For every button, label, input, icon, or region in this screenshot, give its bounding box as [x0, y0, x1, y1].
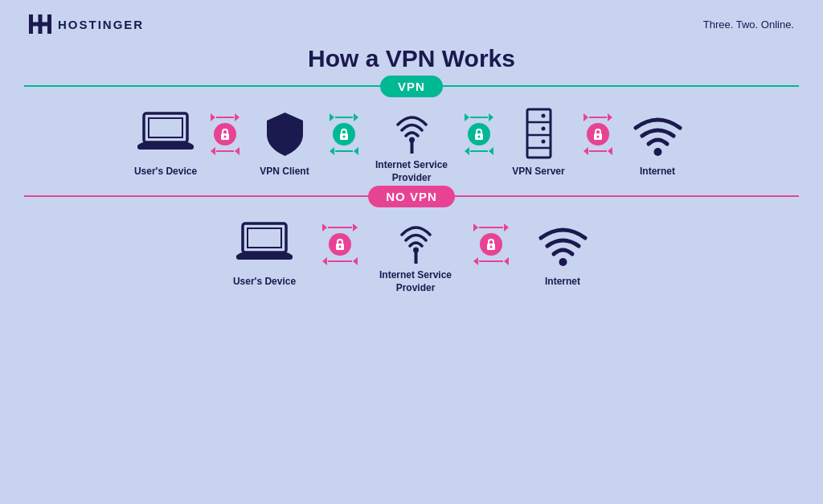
wifi-icon — [632, 112, 684, 156]
novpn-connector-1 — [312, 223, 368, 265]
shield-icon — [263, 110, 307, 158]
hostinger-logo-icon — [29, 14, 51, 34]
svg-marker-44 — [353, 223, 358, 232]
svg-marker-55 — [473, 257, 478, 265]
novpn-section: NO VPN User's Device — [0, 195, 823, 297]
novpn-internet: Internet — [522, 216, 603, 289]
svg-marker-48 — [353, 257, 358, 265]
novpn-isp: Internet ServiceProvider — [371, 210, 460, 294]
svg-point-24 — [478, 135, 481, 137]
novpn-isp-label: Internet ServiceProvider — [379, 269, 452, 294]
svg-marker-52 — [504, 223, 509, 232]
svg-point-31 — [541, 114, 545, 118]
wifi-icon-novpn — [537, 222, 589, 266]
svg-rect-50 — [414, 252, 417, 264]
antenna-icon-novpn — [394, 212, 438, 264]
vpn-server: VPN Server — [506, 106, 571, 178]
svg-marker-47 — [322, 257, 327, 265]
connector-1 — [201, 113, 249, 155]
svg-marker-56 — [504, 257, 509, 265]
svg-marker-38 — [583, 147, 588, 155]
svg-point-32 — [541, 127, 545, 131]
logo-text: HOSTINGER — [58, 18, 144, 31]
svg-rect-4 — [39, 23, 52, 27]
svg-point-33 — [541, 140, 545, 144]
connector-4 — [574, 113, 622, 155]
vpn-diagram-row: User's Device — [24, 95, 799, 187]
svg-point-16 — [343, 135, 346, 137]
svg-marker-21 — [465, 113, 469, 121]
laptop-icon-novpn — [236, 222, 293, 266]
svg-point-46 — [339, 245, 342, 248]
novpn-connector-2 — [463, 223, 519, 265]
svg-rect-6 — [149, 118, 182, 137]
svg-marker-14 — [354, 113, 358, 121]
logo: HOSTINGER — [29, 14, 144, 34]
tagline: Three. Two. Online. — [703, 18, 794, 31]
server-icon — [521, 108, 557, 160]
svg-marker-18 — [354, 147, 358, 155]
vpn-section-line: VPN — [24, 85, 799, 87]
vpn-isp-label: Internet ServiceProvider — [375, 159, 448, 184]
lock-icon-novpn1 — [334, 238, 346, 251]
svg-marker-34 — [583, 113, 588, 121]
novpn-diagram-row: User's Device — [24, 205, 799, 297]
svg-point-37 — [597, 135, 600, 137]
svg-marker-13 — [330, 113, 334, 121]
lock-icon — [219, 128, 231, 141]
svg-rect-27 — [527, 109, 551, 158]
page-title: How a VPN Works — [0, 45, 823, 72]
vpn-badge: VPN — [380, 76, 443, 97]
svg-point-19 — [409, 137, 415, 142]
svg-rect-20 — [410, 142, 413, 154]
novpn-users-device: User's Device — [220, 216, 309, 289]
svg-marker-26 — [489, 147, 493, 155]
svg-rect-42 — [248, 228, 281, 248]
connector-3 — [455, 113, 503, 155]
vpn-internet-label: Internet — [640, 166, 675, 178]
lock-icon — [338, 128, 350, 141]
svg-point-40 — [653, 148, 661, 156]
svg-point-10 — [224, 135, 227, 137]
vpn-section: VPN User's Device — [0, 85, 823, 187]
svg-marker-51 — [473, 223, 478, 232]
svg-marker-7 — [211, 113, 215, 121]
novpn-section-line: NO VPN — [24, 195, 799, 197]
header: HOSTINGER Three. Two. Online. — [0, 0, 823, 42]
lock-icon — [473, 128, 485, 141]
svg-marker-39 — [608, 147, 612, 155]
novpn-badge: NO VPN — [368, 186, 455, 207]
svg-marker-25 — [465, 147, 469, 155]
svg-marker-8 — [235, 113, 240, 121]
vpn-users-device-label: User's Device — [134, 166, 197, 178]
vpn-users-device: User's Device — [133, 106, 198, 178]
vpn-client: VPN Client — [252, 106, 317, 178]
svg-marker-12 — [235, 147, 240, 155]
svg-marker-11 — [211, 147, 215, 155]
vpn-internet: Internet — [625, 106, 690, 178]
svg-marker-35 — [608, 113, 612, 121]
antenna-icon — [390, 102, 434, 154]
vpn-server-label: VPN Server — [512, 166, 564, 178]
novpn-internet-label: Internet — [545, 276, 580, 289]
svg-marker-43 — [322, 223, 327, 232]
vpn-isp: Internet ServiceProvider — [371, 100, 452, 184]
connector-2 — [320, 113, 368, 155]
novpn-users-device-label: User's Device — [233, 276, 296, 289]
svg-marker-17 — [330, 147, 334, 155]
lock-icon-novpn2 — [485, 238, 497, 251]
svg-point-54 — [490, 245, 493, 248]
lock-icon — [592, 128, 604, 141]
svg-point-49 — [413, 247, 419, 252]
laptop-icon — [137, 112, 194, 156]
svg-point-57 — [559, 258, 567, 266]
vpn-client-label: VPN Client — [260, 166, 309, 178]
svg-marker-22 — [489, 113, 493, 121]
